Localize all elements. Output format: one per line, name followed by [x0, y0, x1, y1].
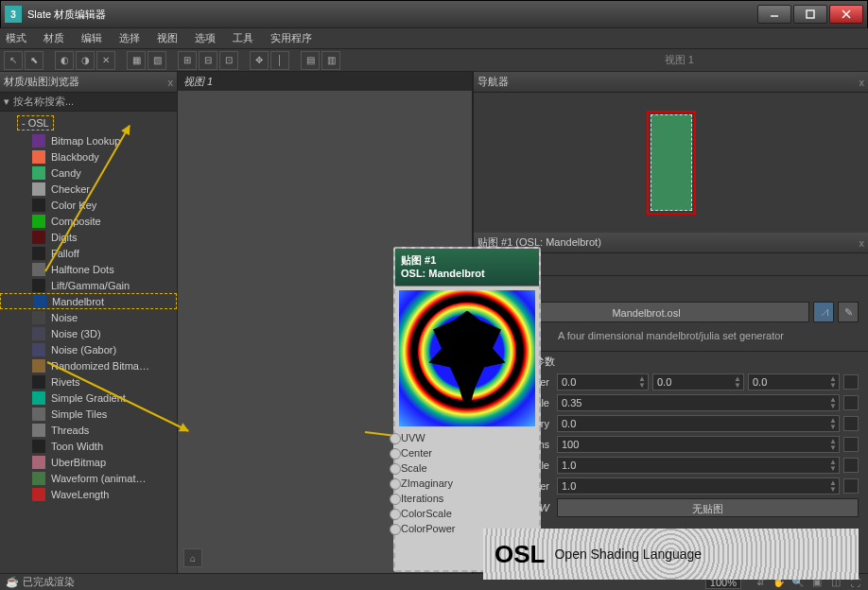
colorpower-input[interactable]: 1.0▲▼ — [557, 477, 840, 495]
edit-icon[interactable]: ✎ — [838, 302, 859, 322]
close-button[interactable] — [829, 5, 863, 24]
colorscale-input[interactable]: 1.0▲▼ — [557, 457, 840, 474]
home-icon[interactable]: ⌂ — [183, 548, 202, 567]
tree-item-label: WaveLength — [51, 489, 109, 500]
center-x[interactable]: 0.0▲▼ — [557, 373, 649, 390]
tree-item[interactable]: Candy — [0, 165, 177, 181]
node-input[interactable]: ColorScale — [395, 506, 539, 521]
center-z[interactable]: 0.0▲▼ — [748, 373, 840, 390]
menu-mode[interactable]: 模式 — [6, 31, 26, 45]
status-text: 已完成渲染 — [23, 575, 75, 589]
tool-layout-icon[interactable]: ⊞ — [178, 51, 197, 70]
tree-group-osl[interactable]: - OSL — [17, 115, 54, 130]
tree-item[interactable]: Composite — [0, 213, 177, 229]
tree-item[interactable]: UberBitmap — [0, 454, 177, 470]
tree-item[interactable]: Falloff — [0, 245, 177, 261]
tool-layv-icon[interactable]: │ — [270, 51, 289, 70]
menu-edit[interactable]: 编辑 — [81, 31, 102, 45]
close-icon[interactable]: x — [168, 77, 174, 88]
tree-item[interactable]: Noise — [0, 309, 177, 325]
tool-lay3-icon[interactable]: ⊡ — [219, 51, 238, 70]
tree-item[interactable]: Bitmap Lookup — [0, 132, 177, 148]
tree-item[interactable]: Mandelbrot — [0, 293, 177, 309]
node-header[interactable]: 贴图 #1 OSL: Mandelbrot — [395, 249, 539, 286]
tree-item[interactable]: Toon Width — [0, 438, 177, 454]
tree-item[interactable]: Randomized Bitma… — [0, 357, 177, 373]
tool-lay2-icon[interactable]: ⊟ — [199, 51, 217, 70]
tree-item[interactable]: Threads — [0, 422, 177, 438]
search-row[interactable]: ▾ 按名称搜索... — [0, 93, 177, 112]
menu-select[interactable]: 选择 — [119, 31, 140, 45]
window-title: Slate 材质编辑器 — [27, 8, 755, 22]
tool-move-icon[interactable]: ✥ — [250, 51, 269, 70]
navigator-viewport[interactable] — [647, 111, 696, 215]
tree-item[interactable]: Color Key — [0, 197, 177, 213]
tool-show2-icon[interactable]: ▧ — [148, 51, 166, 70]
node-mandelbrot[interactable]: 贴图 #1 OSL: Mandelbrot UVWCenterScaleZIma… — [393, 247, 541, 572]
scale-input[interactable]: 0.35▲▼ — [557, 394, 840, 411]
logo-main: OSL — [495, 540, 545, 569]
iterations-input[interactable]: 100▲▼ — [557, 436, 840, 453]
minimize-button[interactable] — [757, 5, 791, 24]
tool-grid2-icon[interactable]: ▥ — [321, 51, 340, 70]
menu-utilities[interactable]: 实用程序 — [270, 31, 312, 45]
map-slot[interactable] — [843, 478, 859, 494]
menu-material[interactable]: 材质 — [43, 31, 64, 45]
node-input[interactable]: Center — [395, 445, 539, 460]
menu-view[interactable]: 视图 — [157, 31, 178, 45]
tree-item[interactable]: WaveLength — [0, 486, 177, 502]
tool-pick-icon[interactable]: ⬉ — [25, 51, 43, 70]
map-swatch-icon — [32, 472, 45, 485]
node-input[interactable]: UVW — [395, 430, 539, 445]
tool-grid-icon[interactable]: ▤ — [301, 51, 320, 70]
tool-assign-icon[interactable]: ◑ — [76, 51, 95, 70]
tree-item[interactable]: Lift/Gamma/Gain — [0, 277, 177, 293]
chevron-down-icon[interactable]: ▾ — [4, 95, 9, 108]
tree-item[interactable]: Halftone Dots — [0, 261, 177, 277]
center-y[interactable]: 0.0▲▼ — [652, 373, 744, 390]
tool-arrow-icon[interactable]: ↖ — [4, 51, 23, 70]
navigator-header: 导航器 x — [474, 72, 868, 93]
map-slot[interactable] — [843, 458, 859, 473]
map-slot[interactable] — [843, 416, 859, 431]
tree-item[interactable]: Blackbody — [0, 148, 177, 165]
map-swatch-icon — [32, 279, 45, 292]
svg-rect-1 — [807, 10, 814, 18]
menu-options[interactable]: 选项 — [195, 31, 216, 45]
tree-item[interactable]: Simple Gradient — [0, 390, 177, 406]
tool-remove-icon[interactable]: ✕ — [96, 51, 115, 70]
tree-item-label: Checker — [51, 183, 90, 195]
map-slot[interactable] — [843, 437, 859, 452]
tool-show-icon[interactable]: ▦ — [127, 51, 146, 70]
tree-item[interactable]: Waveform (animat… — [0, 470, 177, 486]
map-swatch-icon — [32, 311, 45, 324]
close-icon[interactable]: x — [859, 77, 865, 88]
map-swatch-icon — [32, 215, 45, 228]
link-icon[interactable]: ⩘ — [813, 302, 834, 322]
map-swatch-icon — [32, 391, 45, 405]
tool-sphere-icon[interactable]: ◐ — [55, 51, 74, 70]
map-slot[interactable] — [843, 374, 859, 390]
node-title: 贴图 #1 — [401, 253, 533, 267]
uvw-map-button[interactable]: 无贴图 — [557, 498, 859, 517]
window-buttons — [755, 5, 863, 24]
tree-item[interactable]: Noise (3D) — [0, 325, 177, 341]
zimaginary-input[interactable]: 0.0▲▼ — [557, 415, 840, 432]
map-swatch-icon — [32, 375, 45, 389]
navigator-view[interactable] — [474, 93, 868, 233]
tree-item-label: Rivets — [51, 376, 80, 388]
node-input[interactable]: Iterations — [395, 491, 539, 506]
menu-tools[interactable]: 工具 — [233, 31, 253, 45]
node-canvas[interactable]: 视图 1 贴图 #1 OSL: Mandelbrot UVWCenterScal… — [178, 72, 473, 573]
search-input[interactable]: 按名称搜索... — [13, 95, 74, 109]
view-tab[interactable]: 视图 1 — [178, 72, 472, 91]
view-dropdown[interactable]: 视图 1 — [665, 53, 694, 67]
maximize-button[interactable] — [793, 5, 827, 24]
tree-item[interactable]: Digits — [0, 229, 177, 245]
close-icon[interactable]: x — [859, 237, 865, 249]
tree-item[interactable]: Noise (Gabor) — [0, 341, 177, 357]
map-slot[interactable] — [843, 395, 859, 410]
tree-item-label: Threads — [51, 425, 89, 436]
node-input[interactable]: ZImaginary — [395, 476, 539, 491]
node-input[interactable]: Scale — [395, 460, 539, 476]
